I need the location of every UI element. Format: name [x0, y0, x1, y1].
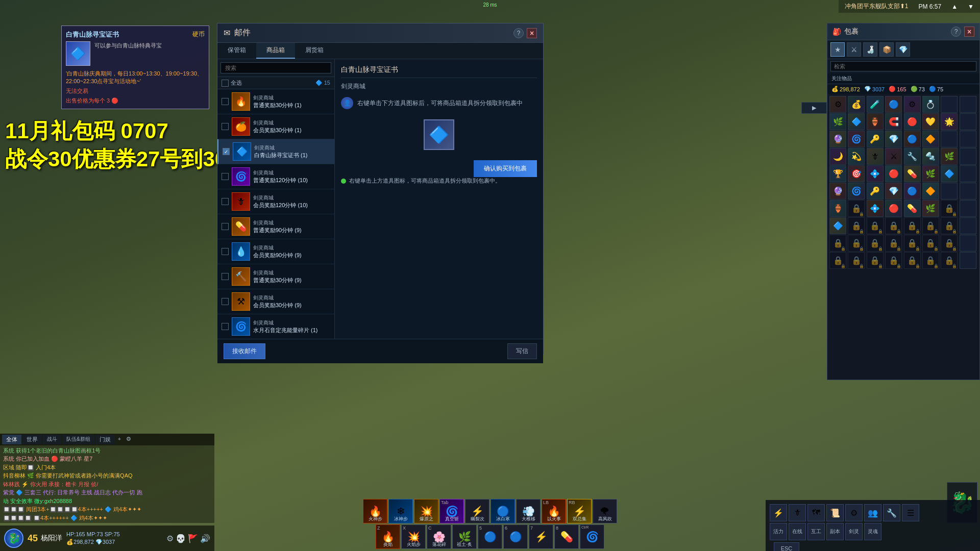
mail-item-3[interactable]: 🌀 剑灵商城 普通奖励120分钟 (10)	[217, 164, 334, 189]
action-btn-power[interactable]: ⚡	[770, 504, 787, 521]
mail-item-2[interactable]: ✓ 🔷 剑灵商城 白青山脉寻宝证书 (1)	[217, 139, 334, 164]
mail-item-7[interactable]: 🔨 剑灵商城 普通奖励30分钟 (9)	[217, 264, 334, 289]
sound-icon[interactable]: 🔊	[200, 534, 210, 543]
inv-item-60[interactable]: 🔒	[904, 217, 921, 234]
skill-slot-z[interactable]: Z 🔥 炎焰	[376, 524, 400, 549]
inv-item-66[interactable]: 🔒	[867, 235, 884, 252]
action-btn-skill[interactable]: 🗡	[789, 504, 806, 521]
write-mail-button[interactable]: 写信	[507, 343, 537, 359]
mail-item-4[interactable]: 🗡 剑灵商城 会员奖励120分钟 (10)	[217, 189, 334, 214]
mail-checkbox-0[interactable]	[222, 98, 229, 105]
tab-xuehuo[interactable]: 屑货箱	[295, 43, 334, 59]
mail-close-button[interactable]: ×	[527, 28, 537, 38]
mail-checkbox-6[interactable]	[222, 248, 229, 255]
mail-checkbox-2[interactable]: ✓	[223, 148, 230, 155]
mail-checkbox-3[interactable]	[222, 173, 229, 180]
inv-item-59[interactable]: 🔒	[885, 217, 902, 234]
expand-icon[interactable]: ▲	[951, 3, 958, 10]
mail-item-1[interactable]: 🍊 剑灵商城 会员奖励30分钟 (1)	[217, 114, 334, 139]
mail-checkbox-9[interactable]	[222, 323, 229, 330]
action-btn-active[interactable]: 活力	[770, 523, 787, 540]
receive-mail-button[interactable]: 接收邮件	[224, 343, 265, 359]
skill-slot-lb[interactable]: LB 🔥 以火事	[542, 499, 566, 523]
chat-add-icon[interactable]: +	[116, 435, 123, 444]
action-btn-gear[interactable]: ⚙	[845, 504, 863, 521]
inv-item-54[interactable]: 🔒	[941, 200, 958, 217]
mail-checkbox-8[interactable]	[222, 298, 229, 305]
inv-item-21[interactable]: 🔶	[922, 131, 939, 147]
inv-item-69[interactable]: 🔒	[922, 235, 939, 252]
skill-slot-s3[interactable]: 💨 大椎移	[516, 499, 541, 523]
inv-item-14[interactable]: 🌟	[941, 113, 958, 130]
inv-item-76[interactable]: 🔒	[904, 252, 921, 269]
mail-item-9[interactable]: 🌀 剑灵商城 水月石音定兆能量碎片 (1)	[217, 314, 334, 339]
inventory-close-button[interactable]: ×	[964, 27, 974, 37]
inv-item-38[interactable]: 🔷	[941, 165, 958, 182]
inv-item-43[interactable]: 💎	[885, 183, 902, 199]
inv-item-73[interactable]: 🔒	[848, 252, 865, 269]
skill-slot-rb[interactable]: RB ⚡ 双总集	[567, 499, 592, 523]
skill-slot-6[interactable]: 6 🔵	[503, 524, 528, 549]
inv-item-5[interactable]: 💍	[922, 96, 939, 113]
inventory-search-input[interactable]	[830, 61, 976, 71]
inv-item-3[interactable]: 🔵	[885, 96, 902, 113]
skill-slot-8[interactable]: 8 💊	[554, 524, 579, 549]
inv-item-34[interactable]: 💠	[867, 165, 884, 182]
inv-item-24[interactable]: 🌙	[829, 148, 846, 165]
action-btn-crafting[interactable]: 🔧	[883, 504, 900, 521]
inv-item-70[interactable]: 🔒	[941, 235, 958, 252]
mail-checkbox-5[interactable]	[222, 223, 229, 230]
tab-shangpin[interactable]: 商品箱	[256, 43, 295, 59]
inv-tab-bag[interactable]: 📦	[879, 42, 894, 57]
inv-item-45[interactable]: 🔶	[922, 183, 939, 199]
inv-item-72[interactable]: 🔒	[829, 252, 846, 269]
action-btn-dungeon[interactable]: 副本	[826, 523, 844, 540]
mail-item-0[interactable]: 🔥 剑灵商城 普通奖励30分钟 (1)	[217, 89, 334, 114]
inv-item-40[interactable]: 🔮	[829, 183, 846, 199]
inv-item-35[interactable]: 🔴	[885, 165, 902, 182]
inv-tab-gem[interactable]: 💎	[896, 42, 910, 57]
inv-item-67[interactable]: 🔒	[885, 235, 902, 252]
inv-item-25[interactable]: 💫	[848, 148, 865, 165]
inv-item-4[interactable]: ⚙	[904, 96, 921, 113]
inv-item-42[interactable]: 🔑	[867, 183, 884, 199]
skill-slot-earth[interactable]: 🌿 祖土·炙	[452, 524, 477, 549]
chat-tab-fun[interactable]: 门娱	[95, 435, 115, 444]
inv-tab-weapon[interactable]: ⚔	[847, 42, 861, 57]
skill-slot-ctrl[interactable]: CtrR 🌀	[580, 524, 604, 549]
esc-button[interactable]: ESC	[774, 542, 799, 551]
inv-item-9[interactable]: 🔷	[848, 113, 865, 130]
inv-item-57[interactable]: 🔒	[848, 217, 865, 234]
chat-tab-party[interactable]: 队伍&群组	[62, 435, 94, 444]
skill-slot-s2[interactable]: 🔵 冰白寒	[491, 499, 515, 523]
chat-settings-icon[interactable]: ⚙	[124, 435, 133, 444]
inv-item-0[interactable]: ⚙	[829, 96, 846, 113]
inv-item-49[interactable]: 🔒	[848, 200, 865, 217]
skill-slot-s1[interactable]: ⚡ 幽裂次	[465, 499, 489, 523]
mail-checkbox-1[interactable]	[222, 123, 229, 130]
inv-item-51[interactable]: 🔴	[885, 200, 902, 217]
action-btn-blade[interactable]: 剑灵	[845, 523, 863, 540]
inv-item-68[interactable]: 🔒	[904, 235, 921, 252]
tab-baoguan[interactable]: 保管箱	[217, 43, 256, 59]
chat-tab-battle[interactable]: 战斗	[43, 435, 61, 444]
skill-slot-ice[interactable]: ❄ 冰神步	[388, 499, 413, 523]
inv-item-78[interactable]: 🔒	[941, 252, 958, 269]
skill-slot-7[interactable]: 7 ⚡	[529, 524, 553, 549]
inv-item-26[interactable]: 🗡	[867, 148, 884, 165]
skill-slot-5[interactable]: 5 🔵	[478, 524, 502, 549]
inv-item-1[interactable]: 💰	[848, 96, 865, 113]
inventory-help-button[interactable]: ?	[951, 27, 961, 37]
action-btn-social[interactable]: 👥	[864, 504, 881, 521]
inv-item-36[interactable]: 💊	[904, 165, 921, 182]
inv-item-16[interactable]: 🔮	[829, 131, 846, 147]
skill-slot-fire[interactable]: 🔥 火神步	[363, 499, 387, 523]
inv-item-64[interactable]: 🔒	[829, 235, 846, 252]
action-btn-server[interactable]: 在线	[789, 523, 806, 540]
inv-item-77[interactable]: 🔒	[922, 252, 939, 269]
action-btn-hand[interactable]: 互工	[807, 523, 825, 540]
chat-tab-all[interactable]: 全体	[2, 435, 21, 444]
inv-item-2[interactable]: 🧪	[867, 96, 884, 113]
mail-search-input[interactable]	[220, 62, 331, 73]
inv-item-12[interactable]: 🔴	[904, 113, 921, 130]
